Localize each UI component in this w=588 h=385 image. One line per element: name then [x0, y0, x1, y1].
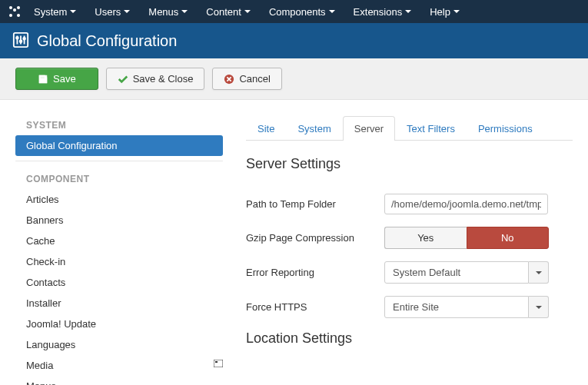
sidebar-heading-system: SYSTEM [15, 115, 223, 135]
caret-down-icon [329, 10, 335, 13]
sidebar-item-media[interactable]: Media [15, 355, 223, 376]
chevron-down-icon [529, 296, 549, 318]
sidebar-heading-component: COMPONENT [15, 169, 223, 189]
toolbar: Save Save & Close Cancel [0, 58, 588, 100]
sidebar-item-contacts[interactable]: Contacts [15, 272, 223, 293]
sidebar-item-languages[interactable]: Languages [15, 334, 223, 355]
sidebar-item-banners[interactable]: Banners [15, 210, 223, 231]
nav-extensions[interactable]: Extensions [347, 6, 418, 18]
label-gzip: Gzip Page Compression [246, 232, 384, 244]
select-force-https[interactable]: Entire Site [384, 296, 549, 318]
nav-components[interactable]: Components [263, 6, 341, 18]
toggle-gzip-yes[interactable]: Yes [384, 227, 467, 249]
top-nav: System Users Menus Content Components Ex… [0, 0, 588, 23]
sidebar-item-menus[interactable]: Menus [15, 376, 223, 385]
nav-menus[interactable]: Menus [142, 6, 194, 18]
sidebar-item-articles[interactable]: Articles [15, 189, 223, 210]
svg-rect-12 [214, 360, 223, 367]
sidebar-item-global-configuration[interactable]: Global Configuration [15, 135, 223, 156]
tab-bar: Site System Server Text Filters Permissi… [246, 115, 573, 141]
cancel-button[interactable]: Cancel [212, 68, 281, 90]
main-panel: Site System Server Text Filters Permissi… [246, 115, 573, 385]
svg-point-0 [9, 6, 12, 9]
svg-point-2 [9, 14, 12, 17]
page-title: Global Configuration [37, 32, 177, 50]
sidebar-item-installer[interactable]: Installer [15, 293, 223, 314]
label-force-https: Force HTTPS [246, 301, 384, 313]
input-tmp-path[interactable] [384, 194, 548, 214]
toggle-gzip-no[interactable]: No [467, 227, 550, 249]
svg-rect-13 [215, 361, 218, 363]
caret-down-icon [181, 10, 188, 13]
nav-users[interactable]: Users [88, 6, 136, 18]
label-tmp-path: Path to Temp Folder [246, 198, 384, 210]
save-button[interactable]: Save [15, 68, 98, 90]
svg-point-10 [23, 37, 25, 39]
toggle-gzip: Yes No [384, 227, 549, 249]
nav-content[interactable]: Content [200, 6, 257, 18]
sidebar-item-joomla-update[interactable]: Joomla! Update [15, 314, 223, 334]
tab-permissions[interactable]: Permissions [467, 116, 544, 141]
section-server-settings: Server Settings [246, 156, 573, 172]
cancel-icon [224, 74, 234, 85]
tab-server[interactable]: Server [343, 116, 395, 141]
tab-text-filters[interactable]: Text Filters [395, 116, 467, 141]
sidebar-divider [15, 161, 223, 161]
badge-icon [214, 358, 223, 370]
caret-down-icon [70, 10, 76, 13]
tab-site[interactable]: Site [246, 116, 286, 141]
nav-help[interactable]: Help [424, 6, 466, 18]
chevron-down-icon [529, 261, 549, 284]
check-icon [118, 74, 128, 85]
save-close-button[interactable]: Save & Close [106, 68, 205, 90]
svg-point-8 [16, 36, 18, 38]
sidebar: SYSTEM Global Configuration COMPONENT Ar… [15, 115, 223, 385]
apply-icon [38, 74, 48, 85]
sidebar-item-cache[interactable]: Cache [15, 231, 223, 251]
sidebar-item-checkin[interactable]: Check-in [15, 251, 223, 272]
svg-point-9 [20, 40, 22, 42]
section-location-settings: Location Settings [246, 330, 573, 347]
label-error-reporting: Error Reporting [246, 267, 384, 278]
content-area: SYSTEM Global Configuration COMPONENT Ar… [0, 100, 588, 385]
tab-system[interactable]: System [286, 116, 342, 141]
joomla-logo-icon[interactable] [8, 5, 22, 18]
caret-down-icon [244, 10, 251, 13]
caret-down-icon [124, 10, 130, 13]
svg-point-1 [17, 6, 20, 9]
caret-down-icon [453, 10, 460, 13]
svg-point-3 [17, 14, 20, 17]
equalizer-icon [12, 32, 29, 51]
nav-system[interactable]: System [28, 6, 82, 18]
caret-down-icon [405, 10, 411, 13]
page-header: Global Configuration [0, 23, 588, 58]
select-error-reporting[interactable]: System Default [384, 261, 549, 284]
